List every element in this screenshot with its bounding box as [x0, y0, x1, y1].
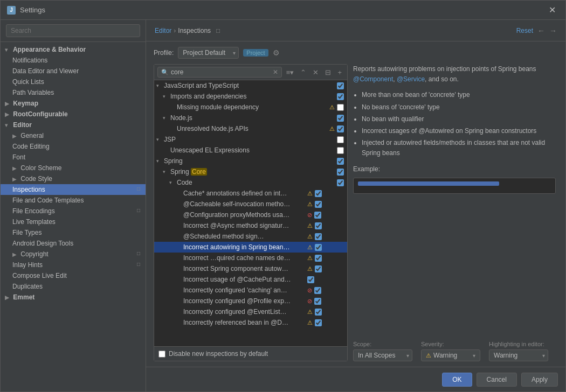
sidebar-item-data-editor[interactable]: Data Editor and Viewer [1, 66, 146, 76]
insp-caching[interactable]: Incorrectly configured 'caching' an… ⊘ [154, 285, 347, 296]
insp-async-checkbox[interactable] [315, 222, 322, 229]
gear-icon[interactable]: ⚙ [273, 48, 280, 57]
cancel-button[interactable]: Cancel [477, 373, 517, 387]
insp-ref-bean[interactable]: Incorrectly referenced bean in @D… ⚠ [154, 317, 347, 328]
insp-config-proxy[interactable]: @Configuration proxyMethods usa… ⊘ [154, 209, 347, 220]
insp-missing-module[interactable]: Missing module dependency ⚠ [154, 102, 347, 113]
insp-cacheable-self[interactable]: @Cacheable self-invocation metho… ⚠ [154, 199, 347, 209]
sidebar-item-path-variables[interactable]: Path Variables [1, 87, 146, 98]
profile-select[interactable]: Project Default [178, 47, 239, 59]
sidebar-item-copyright[interactable]: ▶ Copyright □ [1, 249, 146, 260]
insp-autowiring-checkbox[interactable] [315, 244, 322, 251]
inspections-badge: □ [137, 186, 140, 192]
insp-scheduled[interactable]: @Scheduled method sign… ⚠ [154, 231, 347, 242]
insp-cacheput-checkbox[interactable] [307, 276, 314, 283]
sidebar-item-compose-live-edit[interactable]: Compose Live Edit [1, 270, 146, 281]
breadcrumb-separator: › [174, 27, 176, 34]
insp-cache-checkbox[interactable] [315, 190, 322, 197]
insp-scheduled-checkbox[interactable] [315, 233, 322, 240]
sidebar-item-code-editing[interactable]: Code Editing [1, 141, 146, 152]
insp-cacheput[interactable]: Incorrect usage of @CachePut and… [154, 274, 347, 285]
insp-unresolved-checkbox[interactable] [337, 125, 344, 132]
sidebar-item-live-templates[interactable]: Live Templates [1, 216, 146, 227]
insp-spring-component-checkbox[interactable] [315, 265, 322, 272]
group-button[interactable]: ⊟ [323, 67, 333, 78]
insp-category-spring[interactable]: ▾ Spring [154, 156, 347, 166]
add-button[interactable]: + [335, 67, 344, 78]
cache-warn-icon: ⚠ [307, 190, 313, 197]
expand-all-button[interactable]: ⌃ [298, 67, 308, 78]
sidebar-search-input[interactable] [6, 24, 140, 37]
insp-nodejs-checkbox[interactable] [337, 115, 344, 122]
close-button[interactable]: ✕ [546, 4, 559, 16]
nav-forward-button[interactable]: → [549, 26, 557, 35]
autowiring-expand-icon [176, 244, 183, 250]
highlighting-select[interactable]: Warning [489, 349, 548, 361]
insp-cacheable-checkbox[interactable] [315, 201, 322, 208]
breadcrumb-editor[interactable]: Editor [155, 27, 171, 34]
filter-row: 🔍 ✕ ≡▾ ⌃ ✕ ⊟ + [154, 65, 347, 80]
insp-code-sub[interactable]: ▾ Code [154, 177, 347, 188]
disable-new-inspections-checkbox[interactable] [158, 351, 165, 358]
insp-missing-checkbox[interactable] [337, 104, 344, 111]
insp-spring-checkbox[interactable] [337, 158, 344, 165]
insp-jsp-checkbox[interactable] [337, 136, 344, 143]
filter-input[interactable] [171, 68, 273, 76]
reset-button[interactable]: Reset [516, 27, 533, 34]
insp-autowiring[interactable]: Incorrect autowiring in Spring bean… ⚠ [154, 242, 347, 253]
sidebar-item-inlay-hints[interactable]: Inlay Hints □ [1, 260, 146, 270]
insp-el-checkbox[interactable] [337, 147, 344, 154]
filter-clear-icon[interactable]: ✕ [273, 68, 278, 76]
insp-profile-exp[interactable]: Incorrectly configured @Profile exp… ⊘ [154, 296, 347, 306]
insp-profile-checkbox[interactable] [314, 298, 321, 305]
insp-required-cache-checkbox[interactable] [315, 255, 322, 262]
insp-eventlist[interactable]: Incorrectly configured @EventList… ⚠ [154, 306, 347, 317]
sidebar-item-notifications[interactable]: Notifications [1, 55, 146, 66]
nav-back-button[interactable]: ← [537, 26, 545, 35]
insp-ref-bean-checkbox[interactable] [315, 319, 322, 326]
insp-spring-component[interactable]: Incorrect Spring component autow… ⚠ [154, 263, 347, 274]
sidebar-item-android-design[interactable]: Android Design Tools [1, 238, 146, 249]
sidebar-item-quick-lists[interactable]: Quick Lists [1, 76, 146, 87]
sidebar-item-duplicates[interactable]: Duplicates [1, 281, 146, 292]
insp-caching-checkbox[interactable] [314, 287, 321, 294]
insp-async-method[interactable]: Incorrect @Async method signatur… ⚠ [154, 220, 347, 231]
scope-select[interactable]: In All Scopes [353, 349, 412, 361]
sidebar-item-emmet[interactable]: ▶ Emmet [1, 292, 146, 303]
insp-category-js[interactable]: ▾ JavaScript and TypeScript [154, 80, 347, 91]
sidebar-item-file-encodings[interactable]: File Encodings □ [1, 206, 146, 216]
insp-required-cache[interactable]: Incorrect …quired cache names de… ⚠ [154, 253, 347, 263]
sidebar-item-file-code-templates[interactable]: File and Code Templates [1, 195, 146, 206]
insp-imports-checkbox[interactable] [337, 93, 344, 100]
breadcrumb-inspections: Inspections [178, 27, 211, 34]
sidebar-item-file-types[interactable]: File Types [1, 227, 146, 238]
ok-button[interactable]: OK [442, 373, 472, 387]
insp-category-jsp[interactable]: ▾ JSP [154, 134, 347, 145]
sidebar-item-general[interactable]: ▶ General [1, 130, 146, 141]
insp-unescaped-el[interactable]: Unescaped EL Expressions [154, 145, 347, 156]
insp-spring-core-checkbox[interactable] [337, 169, 344, 176]
insp-cache-annotations[interactable]: Cache* annotations defined on int… ⚠ [154, 188, 347, 199]
insp-eventlist-checkbox[interactable] [315, 309, 322, 316]
collapse-all-button[interactable]: ✕ [310, 67, 321, 78]
insp-code-checkbox[interactable] [337, 179, 344, 186]
insp-config-checkbox[interactable] [314, 212, 321, 219]
sidebar-item-color-scheme[interactable]: ▶ Color Scheme [1, 163, 146, 173]
sidebar-item-keymap[interactable]: ▶ Keymap [1, 98, 146, 109]
sidebar-item-root[interactable]: ▶ RootConfigurable [1, 109, 146, 120]
severity-select-wrap[interactable]: ⚠ Warning ▾ [421, 349, 480, 361]
apply-button[interactable]: Apply [521, 373, 558, 387]
service-link[interactable]: @Service [397, 75, 425, 83]
insp-unresolved-node[interactable]: Unresolved Node.js APIs ⚠ [154, 123, 347, 134]
insp-js-checkbox[interactable] [337, 82, 344, 89]
sidebar-item-code-style[interactable]: ▶ Code Style [1, 173, 146, 184]
insp-spring-core-sub[interactable]: ▾ Spring Core [154, 166, 347, 177]
sidebar-item-editor[interactable]: ▾ Editor [1, 120, 146, 130]
insp-nodejs-sub[interactable]: ▾ Node.js [154, 113, 347, 123]
insp-imports-sub[interactable]: ▾ Imports and dependencies [154, 91, 347, 102]
filter-button[interactable]: ≡▾ [284, 67, 296, 78]
sidebar-item-appearance[interactable]: ▾ Appearance & Behavior [1, 44, 146, 55]
component-link[interactable]: @Component [353, 75, 393, 83]
sidebar-item-font[interactable]: Font [1, 152, 146, 163]
sidebar-item-inspections[interactable]: Inspections □ [1, 184, 146, 195]
